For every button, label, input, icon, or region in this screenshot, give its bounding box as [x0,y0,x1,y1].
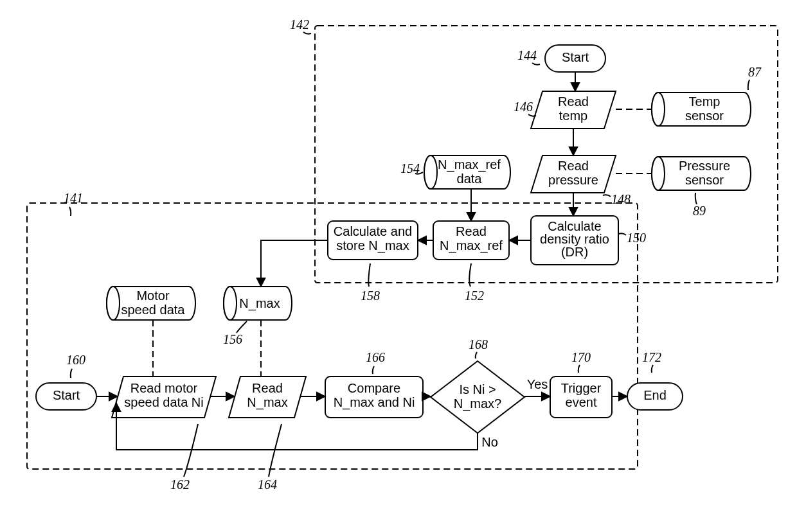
svg-text:sensor: sensor [685,109,724,123]
read-motor-speed: Read motor speed data Ni [112,377,216,418]
read-pressure: Read pressure [531,155,616,193]
read-temp: Read temp [531,91,616,129]
svg-text:Read: Read [252,381,283,395]
svg-text:sensor: sensor [685,173,724,187]
pressure-sensor: Pressure sensor [652,157,751,190]
svg-point-26 [224,287,237,320]
svg-text:End: End [643,388,667,402]
svg-text:142: 142 [290,17,309,31]
svg-text:temp: temp [559,109,587,123]
svg-text:Pressure: Pressure [679,159,730,173]
svg-text:Motor: Motor [136,288,169,303]
svg-text:154: 154 [400,161,420,175]
svg-text:N_max_ref: N_max_ref [440,238,503,253]
svg-text:158: 158 [361,288,380,303]
svg-text:pressure: pressure [548,173,598,187]
svg-text:89: 89 [693,204,706,218]
svg-text:141: 141 [64,191,83,205]
svg-point-10 [652,157,665,190]
start-142-label: Start [562,50,589,64]
svg-text:152: 152 [465,288,484,303]
svg-text:Calculate and: Calculate and [334,224,412,238]
svg-text:N_max?: N_max? [454,396,501,411]
svg-text:Is Ni >: Is Ni > [459,382,496,396]
svg-text:store N_max: store N_max [336,238,409,253]
svg-text:160: 160 [66,353,85,367]
svg-point-13 [424,155,437,189]
compare: Compare N_max and Ni [325,377,423,418]
calc-store-nmax: Calculate and store N_max [328,221,418,260]
svg-text:Read: Read [558,94,589,109]
nmax-store: N_max [224,287,292,320]
svg-text:density ratio: density ratio [540,232,609,246]
svg-text:Start: Start [53,388,80,402]
nmax-ref-data: N_max_ref data [424,155,510,189]
decision-ni-gt-nmax: Is Ni > N_max? [431,361,524,433]
end: End [627,383,683,410]
svg-text:150: 150 [627,231,646,245]
svg-text:170: 170 [571,350,591,364]
svg-text:N_max: N_max [239,296,280,311]
temp-sensor: Temp sensor [652,93,751,126]
read-nmax: Read N_max [229,377,306,418]
svg-text:146: 146 [514,100,533,114]
svg-text:172: 172 [642,350,661,364]
svg-text:Trigger: Trigger [561,381,602,395]
svg-text:(DR): (DR) [561,245,588,259]
calc-dr: Calculate density ratio (DR) [531,216,618,265]
svg-point-4 [652,93,665,126]
read-nmax-ref: Read N_max_ref [433,221,509,260]
start-141: Start [36,383,96,410]
svg-text:data: data [457,172,483,186]
svg-text:148: 148 [611,192,631,206]
svg-text:Read: Read [558,159,589,173]
svg-text:162: 162 [170,477,190,492]
flowchart: Start Read temp Temp sensor Read pressur… [0,0,797,532]
edge-no: No [481,435,498,449]
svg-text:Read: Read [456,224,487,238]
svg-text:168: 168 [469,337,488,351]
svg-text:164: 164 [258,477,277,492]
svg-text:event: event [566,395,597,409]
svg-text:Calculate: Calculate [548,219,601,233]
svg-text:144: 144 [517,48,537,62]
svg-text:87: 87 [748,65,762,79]
svg-text:N_max: N_max [247,395,287,410]
svg-text:N_max_ref: N_max_ref [438,157,501,172]
trigger-event: Trigger event [550,377,612,418]
motor-speed-data: Motor speed data [107,287,195,320]
svg-text:speed data: speed data [121,303,186,317]
svg-text:N_max and Ni: N_max and Ni [334,395,415,410]
svg-text:Read motor: Read motor [130,381,198,395]
svg-text:speed data Ni: speed data Ni [124,395,203,409]
svg-text:166: 166 [366,350,385,364]
edge-yes: Yes [527,377,548,391]
svg-text:156: 156 [223,332,242,346]
svg-text:Temp: Temp [689,94,721,109]
svg-text:Compare: Compare [348,381,400,395]
start-142: Start [545,45,605,72]
svg-point-28 [107,287,120,320]
